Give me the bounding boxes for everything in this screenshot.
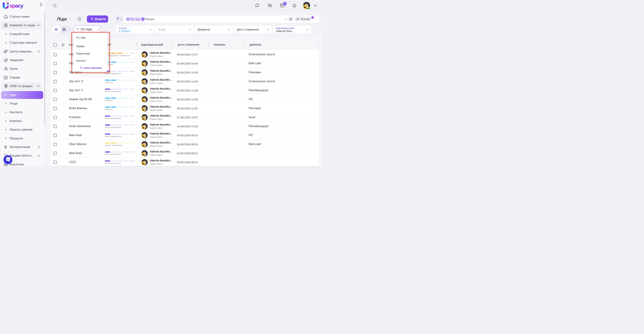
svg-text:spacy: spacy (10, 3, 24, 9)
